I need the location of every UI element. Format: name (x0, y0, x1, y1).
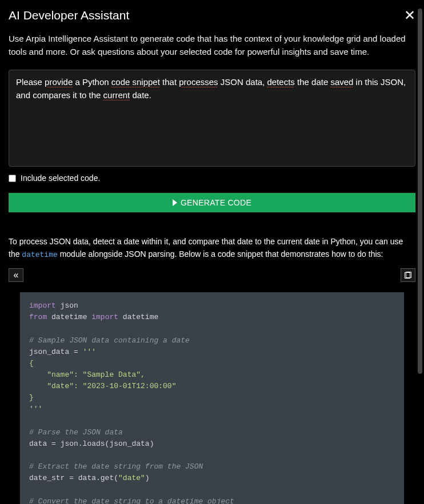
dialog-header: AI Developer Assistant ✕ (9, 9, 415, 22)
response-intro: To process JSON data, detect a date with… (9, 235, 415, 261)
generate-code-button[interactable]: GENERATE CODE (9, 193, 415, 212)
prompt-input[interactable]: Please provide a Python code snippet tha… (9, 70, 415, 167)
include-code-label: Include selected code. (21, 174, 100, 183)
include-code-checkbox[interactable] (9, 175, 16, 182)
response-section: To process JSON data, detect a date with… (9, 235, 415, 504)
code-block-wrapper: import json from datetime import datetim… (9, 292, 415, 504)
generate-button-label: GENERATE CODE (181, 198, 251, 207)
include-code-row: Include selected code. (9, 174, 415, 183)
code-block[interactable]: import json from datetime import datetim… (20, 292, 404, 504)
dialog-description: Use Arpia Intelligence Assistant to gene… (9, 33, 415, 58)
copy-icon (405, 272, 411, 279)
copy-button[interactable] (401, 268, 415, 282)
chevron-left-double-icon (14, 270, 19, 280)
dialog-title: AI Developer Assistant (9, 9, 129, 22)
inline-code-datetime: datetime (22, 251, 57, 259)
code-toolbar (9, 268, 415, 282)
close-icon: ✕ (404, 7, 415, 23)
close-button[interactable]: ✕ (404, 9, 415, 22)
play-icon (173, 199, 177, 206)
scrollbar-thumb[interactable] (418, 9, 422, 374)
scrollbar[interactable] (418, 9, 422, 380)
collapse-button[interactable] (9, 268, 23, 282)
response-intro-after: module alongside JSON parsing. Below is … (58, 249, 383, 259)
